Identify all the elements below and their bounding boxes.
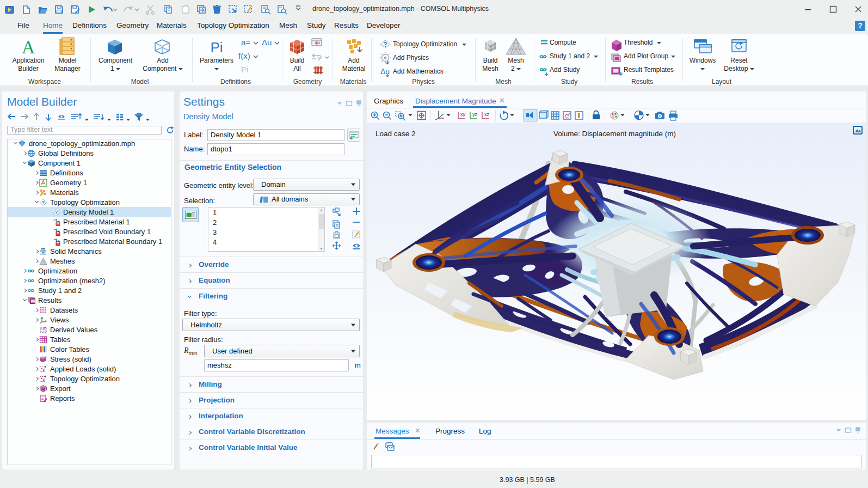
svg-text:Δu: Δu [262, 38, 272, 47]
svg-text:8.85: 8.85 [40, 326, 47, 330]
svg-text:Δu: Δu [380, 67, 390, 76]
svg-text:Pi: Pi [210, 39, 223, 56]
svg-text:A: A [22, 37, 35, 57]
svg-text:xy: xy [460, 112, 466, 117]
svg-text:?: ? [42, 199, 45, 205]
svg-text:a=: a= [241, 38, 250, 47]
svg-text:?: ? [55, 209, 58, 215]
svg-text:?: ? [383, 41, 387, 48]
svg-text:yz: yz [472, 112, 478, 117]
svg-text:xz: xz [484, 112, 490, 117]
svg-text:Pi: Pi [241, 65, 248, 74]
svg-text:e-12: e-12 [40, 330, 47, 334]
svg-text:f(x): f(x) [238, 51, 250, 60]
